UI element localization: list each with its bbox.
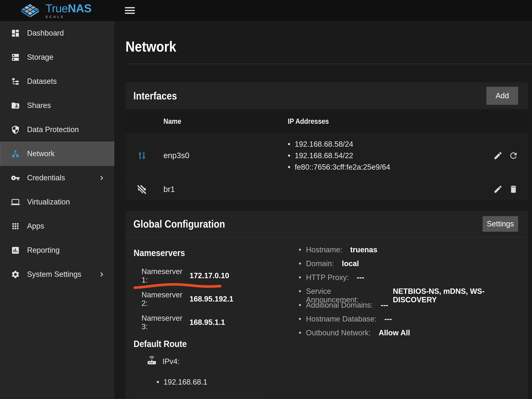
sidebar-item-label: Virtualization <box>27 198 70 206</box>
edit-interface-button[interactable] <box>493 185 503 194</box>
data-protection-icon <box>11 125 20 134</box>
ip-address: fe80::7656:3cff:fe2a:25e9/64 <box>288 161 475 173</box>
sidebar-item-system-settings[interactable]: System Settings <box>0 262 114 287</box>
pencil-icon <box>493 151 503 160</box>
global-configuration-card: Global Configuration Settings Nameserver… <box>126 211 528 399</box>
brand-name-suffix: NAS <box>68 2 91 15</box>
network-icon <box>11 149 20 158</box>
interface-updown-icon <box>136 149 148 162</box>
sidebar-item-label: Data Protection <box>27 125 79 134</box>
nameserver-label: Nameserver 1: <box>141 267 190 284</box>
table-row-br1[interactable]: br1 <box>126 178 528 200</box>
add-interface-button[interactable]: Add <box>486 87 518 105</box>
sidebar-item-label: Credentials <box>27 174 65 182</box>
nameserver-value: 172.17.0.10 <box>190 271 229 280</box>
sidebar-item-storage[interactable]: Storage <box>0 45 114 69</box>
nameserver-1-row: Nameserver 1: 172.17.0.10 <box>133 264 268 288</box>
truenas-logo-icon <box>19 2 41 19</box>
apps-icon <box>11 222 20 231</box>
sidebar-item-label: Datasets <box>27 77 57 86</box>
interface-name: enp3s0 <box>164 151 288 160</box>
sidebar-item-reporting[interactable]: Reporting <box>0 238 114 262</box>
interfaces-card-title: Interfaces <box>133 90 177 102</box>
sidebar-item-shares[interactable]: Shares <box>0 94 114 118</box>
chevron-right-icon <box>98 271 105 278</box>
sidebar-item-network[interactable]: Network <box>0 142 114 166</box>
default-route-heading: Default Route <box>133 339 254 349</box>
nameserver-label: Nameserver 3: <box>141 314 190 331</box>
sidebar-item-label: Network <box>27 149 55 158</box>
interface-disabled-icon <box>136 183 148 195</box>
sidebar-item-datasets[interactable]: Datasets <box>0 69 114 94</box>
sidebar-item-label: System Settings <box>27 270 82 279</box>
detail-hostname-database: Hostname Database: --- <box>299 315 528 329</box>
detail-domain: Domain: local <box>299 259 528 273</box>
truenas-brand: TrueNAS SCALE <box>19 2 91 19</box>
table-row-enp3s0[interactable]: enp3s0 192.168.68.58/24 192.168.68.54/22… <box>126 133 528 178</box>
interfaces-card: Interfaces Add Name IP Addresses <box>126 82 528 200</box>
column-header-name: Name <box>164 117 278 126</box>
delete-interface-button[interactable] <box>509 185 518 194</box>
interfaces-table: Name IP Addresses enp3s0 192.168.68.58/2… <box>126 109 528 200</box>
sidebar-item-virtualization[interactable]: Virtualization <box>0 190 114 214</box>
settings-button[interactable]: Settings <box>483 216 518 232</box>
shares-icon <box>11 101 20 110</box>
menu-hamburger-icon[interactable] <box>125 7 135 14</box>
detail-service-announcement: Service Announcement: NETBIOS-NS, mDNS, … <box>299 287 528 301</box>
detail-http-proxy: HTTP Proxy: --- <box>299 273 528 287</box>
sidebar-item-label: Apps <box>27 222 44 230</box>
sidebar-item-label: Shares <box>27 101 51 110</box>
default-route-address: 192.168.68.1 <box>157 378 268 386</box>
refresh-icon <box>509 151 518 160</box>
chevron-right-icon <box>98 174 105 181</box>
router-icon <box>146 355 157 368</box>
detail-outbound-network: Outbound Network: Allow All <box>299 329 528 342</box>
sidebar-item-label: Dashboard <box>27 29 64 37</box>
credentials-icon <box>11 174 20 182</box>
global-config-details: Hostname: truenas Domain: local HTTP Pro… <box>299 245 528 342</box>
datasets-icon <box>11 77 20 86</box>
title-divider <box>126 64 532 64</box>
column-header-ip-addresses: IP Addresses <box>288 117 459 126</box>
sidebar-item-label: Reporting <box>27 246 60 254</box>
top-bar: TrueNAS SCALE <box>0 0 532 21</box>
main-content: Network Interfaces Add Name IP Addresses <box>114 21 532 399</box>
reporting-icon <box>11 246 20 255</box>
storage-icon <box>11 53 20 62</box>
dashboard-icon <box>11 29 20 38</box>
interface-name: br1 <box>164 185 288 194</box>
sidebar: Dashboard Storage Datasets Shares Data P… <box>0 21 114 399</box>
ipv4-label: IPv4: <box>162 357 180 366</box>
ip-address: 192.168.68.58/24 <box>288 138 475 150</box>
sidebar-item-dashboard[interactable]: Dashboard <box>0 21 114 45</box>
sidebar-item-data-protection[interactable]: Data Protection <box>0 118 114 142</box>
nameservers-heading: Nameservers <box>133 248 254 258</box>
section-divider <box>133 397 268 398</box>
global-configuration-title: Global Configuration <box>133 218 225 230</box>
brand-subtitle: SCALE <box>45 15 91 19</box>
ip-address: 192.168.68.54/22 <box>288 150 475 161</box>
pencil-icon <box>493 185 503 194</box>
brand-name: TrueNAS <box>45 3 91 14</box>
sidebar-item-label: Storage <box>27 53 53 62</box>
virtualization-icon <box>11 198 20 207</box>
sidebar-item-apps[interactable]: Apps <box>0 214 114 238</box>
nameserver-label: Nameserver 2: <box>141 291 190 308</box>
nameserver-3-row: Nameserver 3: 168.95.1.1 <box>133 311 268 334</box>
interfaces-table-header: Name IP Addresses <box>126 109 528 133</box>
nameserver-value: 168.95.1.1 <box>190 318 225 327</box>
reset-interface-button[interactable] <box>509 151 518 160</box>
system-settings-icon <box>11 270 20 279</box>
edit-interface-button[interactable] <box>493 151 503 160</box>
ip-address-list: 192.168.68.58/24 192.168.68.54/22 fe80::… <box>288 138 475 173</box>
trash-icon <box>509 185 518 194</box>
detail-hostname: Hostname: truenas <box>299 245 528 259</box>
sidebar-item-credentials[interactable]: Credentials <box>0 166 114 190</box>
nameserver-value: 168.95.192.1 <box>190 295 233 303</box>
nameserver-2-row: Nameserver 2: 168.95.192.1 <box>133 288 268 311</box>
page-title: Network <box>126 38 483 55</box>
